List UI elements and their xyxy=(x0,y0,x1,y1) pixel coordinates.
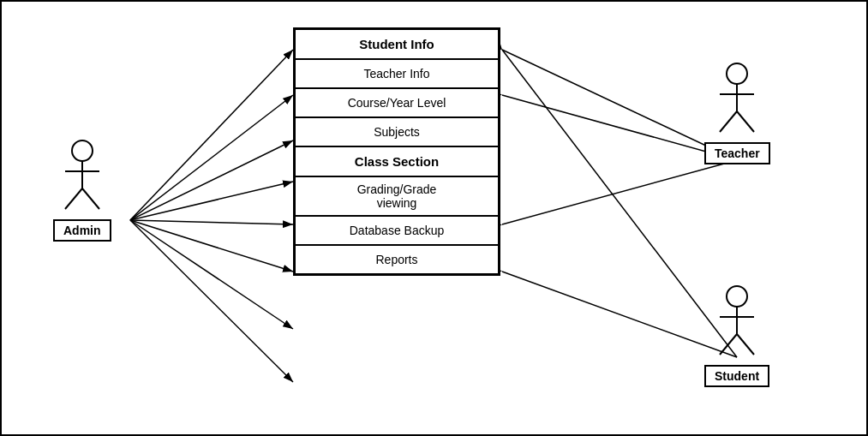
svg-line-9 xyxy=(130,220,293,382)
use-case-course-year-level: Course/Year Level xyxy=(295,88,499,117)
svg-line-28 xyxy=(720,334,737,355)
svg-line-5 xyxy=(130,182,293,220)
svg-point-20 xyxy=(727,63,747,84)
svg-point-15 xyxy=(72,140,93,161)
use-case-database-backup: Database Backup xyxy=(295,216,499,245)
use-case-subjects: Subjects xyxy=(295,117,499,146)
svg-line-13 xyxy=(502,272,737,357)
teacher-stick-figure xyxy=(711,62,763,139)
svg-line-8 xyxy=(130,220,293,329)
teacher-label: Teacher xyxy=(704,142,770,164)
svg-line-6 xyxy=(130,220,293,224)
admin-label: Admin xyxy=(53,219,111,242)
admin-actor: Admin xyxy=(53,139,111,242)
student-label: Student xyxy=(704,365,769,387)
use-case-reports: Reports xyxy=(295,245,499,274)
student-stick-figure xyxy=(711,284,763,361)
svg-line-29 xyxy=(737,334,754,355)
svg-point-25 xyxy=(727,286,747,307)
diagram-container: Admin Teacher Student Student Info Teach… xyxy=(0,0,868,436)
svg-line-11 xyxy=(502,95,737,160)
use-case-class-section: Class Section xyxy=(295,146,499,176)
svg-line-10 xyxy=(502,50,737,160)
use-case-grading: Grading/Gradeviewing xyxy=(295,176,499,216)
svg-line-19 xyxy=(82,188,99,209)
use-case-student-info: Student Info xyxy=(295,29,499,59)
svg-line-14 xyxy=(502,50,737,357)
svg-line-4 xyxy=(130,140,293,220)
svg-line-23 xyxy=(720,111,737,132)
student-actor: Student xyxy=(704,284,769,387)
svg-line-7 xyxy=(130,220,293,272)
svg-line-24 xyxy=(737,111,754,132)
svg-line-3 xyxy=(130,95,293,220)
svg-line-12 xyxy=(502,160,737,224)
use-case-teacher-info: Teacher Info xyxy=(295,59,499,88)
use-case-container: Student Info Teacher Info Course/Year Le… xyxy=(293,27,500,276)
admin-stick-figure xyxy=(57,139,108,216)
teacher-actor: Teacher xyxy=(704,62,770,164)
svg-line-18 xyxy=(65,188,82,209)
svg-line-2 xyxy=(130,50,293,220)
